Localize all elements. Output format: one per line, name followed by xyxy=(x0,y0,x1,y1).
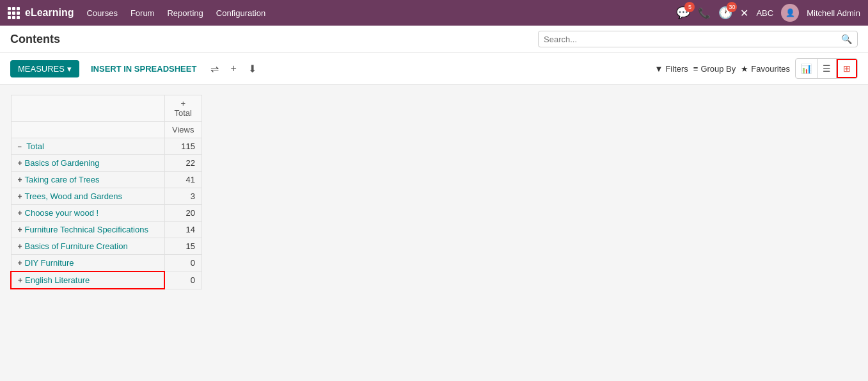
table-row: +DIY Furniture0 xyxy=(11,255,202,272)
nav-courses[interactable]: Courses xyxy=(86,6,117,20)
total-row-label: − Total xyxy=(11,138,164,155)
expand-row-button[interactable]: + xyxy=(18,259,22,268)
nav-configuration[interactable]: Configuration xyxy=(216,6,265,20)
table-row: +Basics of Furniture Creation15 xyxy=(11,238,202,255)
avatar[interactable]: 👤 xyxy=(781,4,799,22)
expand-row-button[interactable]: + xyxy=(18,225,22,234)
measures-button[interactable]: MEASURES ▾ xyxy=(10,60,79,77)
table-row: +Taking care of Trees41 xyxy=(11,172,202,188)
row-label: Furniture Technical Specifications xyxy=(25,225,148,234)
pivot-view-button[interactable]: ⊞ xyxy=(837,59,857,78)
nav-reporting[interactable]: Reporting xyxy=(167,6,203,20)
toolbar: MEASURES ▾ INSERT IN SPREADSHEET ⇌ + ⬇ ▼… xyxy=(0,53,868,85)
adjust-icon[interactable]: ⇌ xyxy=(208,60,221,77)
chevron-down-icon: ▾ xyxy=(67,64,72,74)
brand[interactable]: eLearning xyxy=(8,7,74,19)
topnav-right: 💬 5 📞 🕐 30 ✕ ABC 👤 Mitchell Admin xyxy=(676,4,860,22)
pivot-table: + Total Views − Total 115 +Basics of Gar… xyxy=(10,95,202,289)
nav-links: Courses Forum Reporting Configuration xyxy=(86,6,663,20)
collapse-total-button[interactable]: − xyxy=(18,143,22,150)
groupby-button[interactable]: ≡ Group By xyxy=(693,64,736,74)
user-initials: ABC xyxy=(756,8,773,18)
row-label: Basics of Furniture Creation xyxy=(25,241,128,251)
username: Mitchell Admin xyxy=(807,8,860,18)
close-icon[interactable]: ✕ xyxy=(740,7,748,19)
total-header: + Total xyxy=(164,95,202,122)
row-value: 3 xyxy=(164,188,202,205)
row-value: 0 xyxy=(164,272,202,289)
row-value: 41 xyxy=(164,172,202,188)
filter-icon: ▼ xyxy=(655,64,663,74)
search-input[interactable] xyxy=(544,35,841,44)
favourites-button[interactable]: ★ Favourites xyxy=(741,64,790,74)
row-value: 0 xyxy=(164,255,202,272)
total-value: 115 xyxy=(164,138,202,155)
row-value: 20 xyxy=(164,205,202,222)
expand-row-button[interactable]: + xyxy=(18,242,22,251)
row-value: 22 xyxy=(164,155,202,172)
nav-forum[interactable]: Forum xyxy=(130,6,155,20)
phone-icon[interactable]: 📞 xyxy=(698,7,711,19)
expand-row-button[interactable]: + xyxy=(18,192,22,201)
star-icon: ★ xyxy=(741,64,748,74)
clock-icon[interactable]: 🕐 30 xyxy=(718,6,732,20)
row-label: English Literature xyxy=(25,275,90,285)
search-icon[interactable]: 🔍 xyxy=(841,34,852,44)
page-title: Contents xyxy=(10,33,60,46)
row-value: 15 xyxy=(164,238,202,255)
brand-name: eLearning xyxy=(25,7,74,19)
add-icon[interactable]: + xyxy=(228,60,239,77)
table-row: +Trees, Wood and Gardens3 xyxy=(11,188,202,205)
table-row: +Furniture Technical Specifications14 xyxy=(11,222,202,238)
list-view-button[interactable]: ☰ xyxy=(817,59,837,78)
chat-icon[interactable]: 💬 5 xyxy=(676,6,690,20)
chart-view-button[interactable]: 📊 xyxy=(796,59,817,78)
row-label: Taking care of Trees xyxy=(25,175,100,184)
table-row: +Choose your wood !20 xyxy=(11,205,202,222)
row-label: Choose your wood ! xyxy=(25,208,99,218)
expand-row-button[interactable]: + xyxy=(18,159,22,168)
filters-button[interactable]: ▼ Filters xyxy=(655,64,688,74)
expand-row-button[interactable]: + xyxy=(18,175,22,184)
insert-spreadsheet-button[interactable]: INSERT IN SPREADSHEET xyxy=(86,60,201,77)
content-header: Contents 🔍 xyxy=(0,26,868,53)
toolbar-right: ▼ Filters ≡ Group By ★ Favourites 📊 ☰ ⊞ xyxy=(655,58,858,79)
topnav: eLearning Courses Forum Reporting Config… xyxy=(0,0,868,26)
row-value: 14 xyxy=(164,222,202,238)
search-box: 🔍 xyxy=(538,31,858,47)
row-label: Basics of Gardening xyxy=(25,158,100,168)
views-header: Views xyxy=(164,122,202,138)
row-label: DIY Furniture xyxy=(25,258,74,268)
expand-row-button[interactable]: + xyxy=(18,209,22,218)
total-row: − Total 115 xyxy=(11,138,202,155)
grid-icon xyxy=(8,7,20,19)
download-icon[interactable]: ⬇ xyxy=(246,60,259,77)
table-row: +Basics of Gardening22 xyxy=(11,155,202,172)
row-label: Trees, Wood and Gardens xyxy=(25,191,122,201)
groupby-icon: ≡ xyxy=(693,64,698,74)
view-buttons: 📊 ☰ ⊞ xyxy=(795,58,858,79)
table-row: +English Literature0 xyxy=(11,272,202,289)
expand-row-button[interactable]: + xyxy=(18,276,22,285)
